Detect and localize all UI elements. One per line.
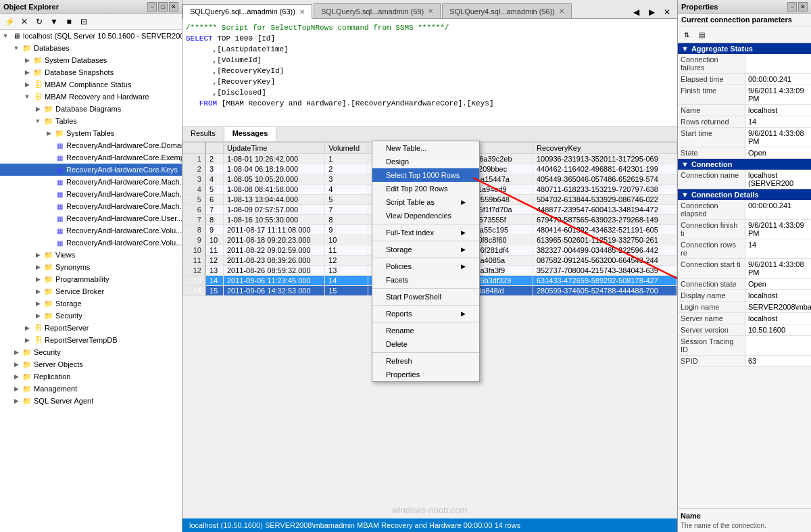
menu-policies[interactable]: Policies ▶	[372, 260, 479, 273]
menu-fulltext[interactable]: Full-Text index ▶	[372, 226, 479, 239]
tree-serverobjects[interactable]: ▶ 📁 Server Objects	[0, 358, 182, 370]
tab4-close[interactable]: ✕	[559, 7, 564, 15]
tree-databases[interactable]: ▼ 📁 Databases	[0, 42, 182, 54]
tree-mach3[interactable]: ▦ RecoveryAndHardwareCore.Mach...	[0, 200, 182, 212]
expand-exemption[interactable]	[43, 152, 54, 163]
expand-mbamrecovery[interactable]: ▼	[22, 91, 32, 102]
stop-button[interactable]: ■	[62, 16, 76, 28]
expand-views[interactable]: ▶	[32, 249, 43, 260]
properties-pin[interactable]: −	[787, 2, 797, 11]
expand-tables[interactable]: ▼	[32, 116, 43, 126]
menu-view-deps[interactable]: View Dependencies	[372, 209, 479, 222]
expand-reportserver[interactable]: ▶	[22, 322, 32, 333]
tab-query6[interactable]: SQLQuery6.sql...amadmin (63)) ✕	[182, 4, 312, 19]
tab6-close[interactable]: ✕	[299, 8, 305, 16]
tree-exemption[interactable]: ▦ RecoveryAndHardwareCore.ExemptionStatu…	[0, 151, 182, 164]
tree-mbamcompliance[interactable]: ▶ 🗄 MBAM Compliance Status	[0, 78, 182, 91]
col-recoverykey[interactable]: RecoveryKey	[533, 143, 677, 154]
tree-user1[interactable]: ▦ RecoveryAndHardwareCore.User...	[0, 212, 182, 224]
expand-replication[interactable]: ▶	[11, 371, 22, 382]
connect-button[interactable]: ⚡	[3, 16, 16, 28]
prop-category-btn[interactable]: ▤	[695, 28, 708, 41]
tab-query4[interactable]: SQLQuery4.sql...amadmin (56)) ✕	[442, 3, 572, 18]
tree-sysdbs[interactable]: ▶ 📁 System Databases	[0, 54, 182, 66]
tab-query5[interactable]: SQLQuery5.sql...amadmin (59) ✕	[314, 3, 441, 18]
tree-mach1[interactable]: ▦ RecoveryAndHardwareCore.Mach...	[0, 176, 182, 188]
tree-keys[interactable]: ▦ RecoveryAndHardwareCore.Keys	[0, 164, 182, 176]
menu-delete[interactable]: Delete	[372, 337, 479, 351]
expand-programmability[interactable]: ▶	[32, 274, 43, 285]
tree-tables[interactable]: ▼ 📁 Tables	[0, 115, 182, 127]
tab5-close[interactable]: ✕	[428, 7, 433, 15]
expand-mbamcompliance[interactable]: ▶	[22, 79, 32, 90]
tree-security2[interactable]: ▶ 📁 Security	[0, 310, 182, 322]
tree-reportserver[interactable]: ▶ 🗄 ReportServer	[0, 322, 182, 334]
menu-new-table[interactable]: New Table...	[372, 141, 479, 155]
query-editor[interactable]: /****** Script for SelectTopNRows comman…	[182, 19, 677, 127]
close-btn[interactable]: ✕	[169, 2, 178, 11]
menu-properties[interactable]: Properties	[372, 368, 479, 381]
connection-expand[interactable]: ▼	[681, 160, 689, 168]
aggregate-expand[interactable]: ▼	[681, 45, 689, 53]
tree-mbamrecovery[interactable]: ▼ 🗄 MBAM Recovery and Hardware	[0, 91, 182, 103]
menu-facets[interactable]: Facets	[372, 273, 479, 287]
expand-keys[interactable]	[43, 164, 54, 175]
expand-mach3[interactable]	[43, 201, 54, 212]
tree-dbsnaps[interactable]: ▶ 📁 Database Snapshots	[0, 66, 182, 78]
tab-scroll-right[interactable]: ▶	[645, 6, 658, 18]
expand-systables[interactable]: ▶	[43, 128, 54, 139]
refresh-button[interactable]: ↻	[32, 16, 46, 28]
pin-btn[interactable]: −	[147, 2, 157, 11]
disconnect-button[interactable]: ✕	[18, 16, 31, 28]
results-tab-results[interactable]: Results	[182, 127, 224, 141]
results-tab-messages[interactable]: Messages	[224, 127, 277, 141]
tab-close-all[interactable]: ✕	[660, 6, 674, 18]
tree-domains[interactable]: ▦ RecoveryAndHardwareCore.Domains	[0, 139, 182, 151]
expand-dbsnaps[interactable]: ▶	[22, 67, 32, 78]
menu-select-top[interactable]: Select Top 1000 Rows	[372, 168, 479, 182]
tree-synonyms[interactable]: ▶ 📁 Synonyms	[0, 261, 182, 273]
filter-button[interactable]: ▼	[47, 16, 61, 28]
expand-reportservertempdb[interactable]: ▶	[22, 335, 32, 345]
tree-storage2[interactable]: ▶ 📁 Storage	[0, 297, 182, 310]
menu-edit-top[interactable]: Edit Top 200 Rows	[372, 182, 479, 195]
menu-powershell[interactable]: Start PowerShell	[372, 290, 479, 304]
expand-databases[interactable]: ▼	[11, 43, 22, 53]
expand-storage2[interactable]: ▶	[32, 298, 43, 309]
expand-sysdbs[interactable]: ▶	[22, 55, 32, 66]
tree-vol1[interactable]: ▦ RecoveryAndHardwareCore.Volu...	[0, 224, 182, 237]
menu-script-table[interactable]: Script Table as ▶	[372, 195, 479, 209]
tab-scroll-left[interactable]: ◀	[629, 6, 643, 18]
menu-refresh[interactable]: Refresh	[372, 354, 479, 368]
tree-programmability[interactable]: ▶ 📁 Programmability	[0, 273, 182, 285]
tree-views[interactable]: ▶ 📁 Views	[0, 249, 182, 261]
properties-close[interactable]: ✕	[798, 2, 808, 11]
col-volumeid[interactable]: VolumeId	[325, 143, 368, 154]
tree-servicebroker[interactable]: ▶ 📁 Service Broker	[0, 285, 182, 297]
expand-vol2[interactable]	[43, 237, 54, 248]
expand-servicebroker[interactable]: ▶	[32, 286, 43, 297]
expand-management[interactable]: ▶	[11, 383, 22, 394]
tree-management[interactable]: ▶ 📁 Management	[0, 383, 182, 395]
tree-server[interactable]: ▼ 🖥 localhost (SQL Server 10.50.1600 - S…	[0, 30, 182, 42]
expand-server[interactable]: ▼	[0, 30, 11, 41]
maximize-btn[interactable]: □	[158, 2, 168, 11]
expand-security2[interactable]: ▶	[32, 310, 43, 321]
tree-security-top[interactable]: ▶ 📁 Security	[0, 346, 182, 358]
tree-systables[interactable]: ▶ 📁 System Tables	[0, 127, 182, 139]
prop-sort-btn[interactable]: ⇅	[680, 28, 693, 41]
tree-dbdiagrams[interactable]: ▶ 📁 Database Diagrams	[0, 103, 182, 115]
col-updatetime[interactable]: UpdateTime	[223, 143, 324, 154]
collapse-button[interactable]: ⊟	[77, 16, 91, 28]
tree-mach2[interactable]: ▦ RecoveryAndHardwareCore.Mach...	[0, 188, 182, 200]
expand-mach1[interactable]	[43, 176, 54, 187]
menu-design[interactable]: Design	[372, 155, 479, 168]
tree-vol2[interactable]: ▦ RecoveryAndHardwareCore.Volu...	[0, 237, 182, 249]
tree-reportservertempdb[interactable]: ▶ 🗄 ReportServerTempDB	[0, 334, 182, 346]
tree-replication[interactable]: ▶ 📁 Replication	[0, 370, 182, 383]
expand-dbdiagrams[interactable]: ▶	[32, 103, 43, 114]
expand-vol1[interactable]	[43, 225, 54, 236]
expand-domains[interactable]	[43, 140, 54, 151]
expand-user1[interactable]	[43, 213, 54, 224]
conn-details-expand[interactable]: ▼	[681, 191, 689, 199]
